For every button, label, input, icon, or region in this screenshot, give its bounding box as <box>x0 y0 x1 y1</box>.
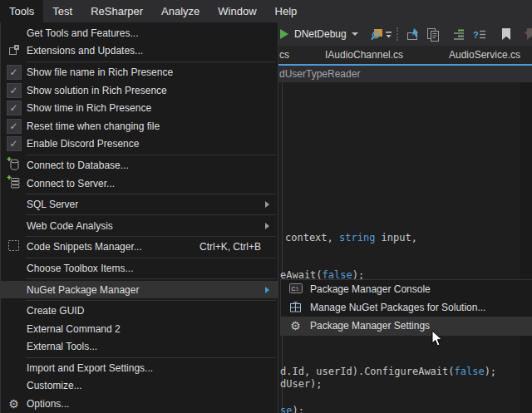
menu-item-external-tools[interactable]: External Tools... <box>1 338 278 356</box>
run-config-dropdown-icon[interactable] <box>352 32 358 36</box>
checkmark-icon: ✓ <box>7 101 22 116</box>
code-line: dUser); <box>280 378 323 391</box>
nuget-submenu: C:\ Package Manager Console Manage NuGet… <box>280 279 532 336</box>
svg-text:?: ? <box>473 29 479 39</box>
menubar-item-help[interactable]: Help <box>266 0 307 22</box>
menu-item-reset-time[interactable]: ✓ Reset time when changing file <box>1 117 278 135</box>
menu-item-import-export-settings[interactable]: Import and Export Settings... <box>1 359 278 377</box>
menu-item-extensions-and-updates[interactable]: Extensions and Updates... <box>1 42 278 61</box>
checkmark-icon: ✓ <box>7 65 22 80</box>
sort-usings-icon[interactable]: ? <box>472 27 487 42</box>
menu-item-get-tools-and-features[interactable]: Get Tools and Features... <box>1 24 278 42</box>
checkmark-icon: ✓ <box>7 119 22 134</box>
extensions-icon <box>7 43 21 59</box>
navigate-to-icon[interactable] <box>406 27 421 42</box>
menubar: Tools Test ReSharper Analyze Window Help <box>0 0 532 22</box>
mouse-cursor <box>431 330 443 347</box>
menu-item-web-code-analysis[interactable]: Web Code Analysis <box>1 217 278 235</box>
menubar-item-resharper[interactable]: ReSharper <box>81 0 152 22</box>
menu-item-show-solution[interactable]: ✓ Show solution in Rich Presence <box>1 81 278 100</box>
menu-item-connect-to-server[interactable]: Connect to Server... <box>1 175 278 193</box>
run-configuration-label[interactable]: DNetDebug <box>294 28 347 40</box>
menu-item-connect-to-database[interactable]: Connect to Database... <box>1 156 278 175</box>
breadcrumb[interactable]: dUserTypeReader <box>279 68 360 80</box>
tab-clipped[interactable]: cs <box>279 46 289 64</box>
submenu-item-package-manager-console[interactable]: C:\ Package Manager Console <box>281 280 532 298</box>
menu-item-external-command-2[interactable]: External Command 2 <box>1 320 278 338</box>
menubar-item-tools[interactable]: Tools <box>0 0 43 22</box>
menu-item-code-snippets-manager[interactable]: Code Snippets Manager... Ctrl+K, Ctrl+B <box>1 238 278 257</box>
format-document-icon[interactable] <box>452 27 467 42</box>
console-icon: C:\ <box>289 283 303 297</box>
menu-item-show-time[interactable]: ✓ Show time in Rich Presence <box>1 99 278 117</box>
find-options-dropdown-icon[interactable] <box>385 27 393 42</box>
checkmark-icon: ✓ <box>7 136 22 151</box>
server-add-icon <box>7 175 21 192</box>
menu-item-create-guid[interactable]: Create GUID <box>1 302 278 320</box>
menubar-item-test[interactable]: Test <box>43 0 81 22</box>
indent-guide <box>282 82 283 413</box>
code-line: d.Id, userId).ConfigureAwait(false); <box>280 366 496 378</box>
submenu-arrow-icon <box>265 287 269 293</box>
package-icon <box>289 300 302 315</box>
code-snippets-icon <box>7 239 20 254</box>
checkmark-icon: ✓ <box>7 83 22 98</box>
menu-item-sql-server[interactable]: SQL Server <box>1 195 278 214</box>
editor-scrollbar[interactable] <box>520 82 532 413</box>
svg-text:C:\: C:\ <box>291 285 298 291</box>
database-add-icon <box>7 157 21 174</box>
menu-item-show-file-name[interactable]: ✓ Show file name in Rich Presence <box>1 63 278 81</box>
toolbar-grip-handle[interactable] <box>397 27 398 41</box>
submenu-arrow-icon <box>265 201 269 208</box>
submenu-item-manage-nuget-packages[interactable]: Manage NuGet Packages for Solution... <box>281 298 532 317</box>
menu-item-choose-toolbox-items[interactable]: Choose Toolbox Items... <box>1 259 278 278</box>
previous-bookmark-icon-disabled[interactable] <box>523 27 532 42</box>
menu-item-options[interactable]: ⚙ Options... <box>1 395 278 413</box>
code-line: se); <box>280 405 304 413</box>
menubar-item-analyze[interactable]: Analyze <box>152 0 209 22</box>
menu-item-nuget-package-manager[interactable]: NuGet Package Manager <box>1 281 278 299</box>
menu-item-enable-discord-presence[interactable]: ✓ Enable Discord Presence <box>1 135 278 154</box>
gear-icon: ⚙ <box>290 320 301 332</box>
vs-window: Tools Test ReSharper Analyze Window Help… <box>0 0 532 413</box>
submenu-arrow-icon <box>265 223 269 229</box>
toggle-bookmark-icon[interactable] <box>499 27 514 42</box>
tab-iaudiochannel[interactable]: IAudioChannel.cs <box>325 46 403 64</box>
tab-audioservice[interactable]: AudioService.cs <box>449 46 520 64</box>
gear-icon: ⚙ <box>8 398 19 410</box>
start-debug-icon[interactable] <box>280 29 288 39</box>
copy-lines-icon[interactable] <box>426 27 441 42</box>
menubar-item-window[interactable]: Window <box>209 0 265 22</box>
shortcut-label: Ctrl+K, Ctrl+B <box>200 241 261 253</box>
tools-menu: Get Tools and Features... Extensions and… <box>0 22 278 413</box>
menu-item-customize[interactable]: Customize... <box>1 377 278 396</box>
find-in-files-icon[interactable] <box>370 27 385 42</box>
submenu-item-package-manager-settings[interactable]: ⚙ Package Manager Settings <box>281 317 532 335</box>
code-line: context, string input, <box>285 232 417 244</box>
